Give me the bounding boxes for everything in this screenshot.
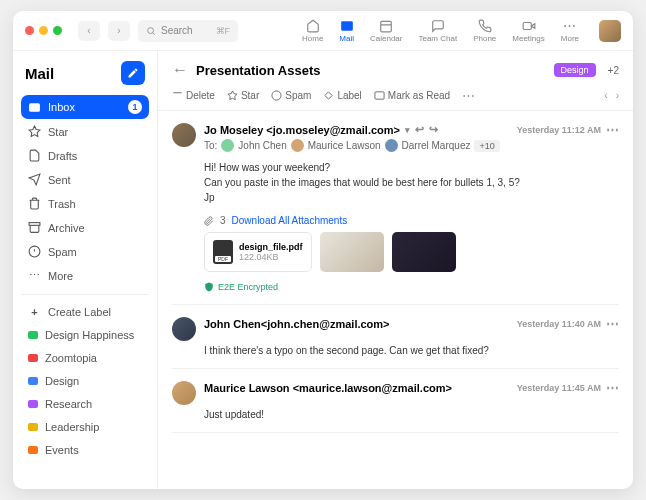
label-research[interactable]: Research xyxy=(21,393,149,415)
sidebar-star[interactable]: Star xyxy=(21,120,149,143)
label-label: Label xyxy=(337,90,361,101)
star-label: Star xyxy=(241,90,259,101)
video-icon xyxy=(522,19,536,33)
nav-more[interactable]: ⋯More xyxy=(555,17,585,45)
svg-point-0 xyxy=(148,27,154,33)
nav-teamchat[interactable]: Team Chat xyxy=(412,17,463,45)
star-button[interactable]: Star xyxy=(227,90,259,101)
message-header: John Chen<john.chen@zmail.com> Yesterday… xyxy=(172,317,619,341)
nav-forward-button[interactable]: › xyxy=(108,21,130,41)
create-label-button[interactable]: +Create Label xyxy=(21,301,149,323)
spam-button[interactable]: Spam xyxy=(271,90,311,101)
svg-rect-4 xyxy=(29,103,40,112)
thread-header: ← Presentation Assets Design +2 xyxy=(158,51,633,85)
sender-avatar[interactable] xyxy=(172,381,196,405)
forward-icon[interactable]: ↪ xyxy=(429,123,438,136)
label-button[interactable]: Label xyxy=(323,90,361,101)
message-from: John Chen<john.chen@zmail.com> xyxy=(204,318,390,330)
sidebar-inbox[interactable]: Inbox1 xyxy=(21,95,149,119)
message-more[interactable]: ⋯ xyxy=(606,123,619,136)
attachment-thumb[interactable] xyxy=(392,232,456,272)
traffic-lights xyxy=(25,26,62,35)
encryption-text: E2E Encrypted xyxy=(218,282,278,292)
next-thread[interactable]: › xyxy=(616,90,619,101)
attachment-thumb[interactable] xyxy=(320,232,384,272)
nav-mail[interactable]: Mail xyxy=(333,17,360,45)
inbox-icon xyxy=(28,101,41,114)
more-icon: ⋯ xyxy=(28,269,41,282)
message-2: John Chen<john.chen@zmail.com> Yesterday… xyxy=(172,305,619,369)
delete-button[interactable]: Delete xyxy=(172,90,215,101)
search-input[interactable]: Search ⌘F xyxy=(138,20,238,42)
sidebar-more[interactable]: ⋯More xyxy=(21,264,149,287)
sidebar-drafts[interactable]: Drafts xyxy=(21,144,149,167)
compose-button[interactable] xyxy=(121,61,145,85)
user-avatar[interactable] xyxy=(599,20,621,42)
label-design[interactable]: Design xyxy=(21,370,149,392)
spam-icon xyxy=(271,90,282,101)
inbox-badge: 1 xyxy=(128,100,142,114)
reply-icon[interactable]: ↩ xyxy=(415,123,424,136)
thread-toolbar: Delete Star Spam Label Mark as Read ⋯ ‹ … xyxy=(158,85,633,111)
recipient-avatar[interactable] xyxy=(385,139,398,152)
thread-tag[interactable]: Design xyxy=(554,63,596,77)
trash-icon xyxy=(28,197,41,210)
nav-calendar[interactable]: Calendar xyxy=(364,17,408,45)
nav-teamchat-label: Team Chat xyxy=(418,34,457,43)
message-1: Jo Moseley <jo.moseley@zmail.com> ▾ ↩ ↪ … xyxy=(172,111,619,305)
message-body: I think there's a typo on the second pag… xyxy=(204,345,619,356)
message-from-row: John Chen<john.chen@zmail.com> Yesterday… xyxy=(204,317,619,330)
recipient-avatar[interactable] xyxy=(291,139,304,152)
recipients-more[interactable]: +10 xyxy=(474,140,499,152)
attachments: 3 Download All Attachments design_file.p… xyxy=(204,215,619,272)
sidebar-header: Mail xyxy=(21,61,149,85)
thread-tag-more[interactable]: +2 xyxy=(608,65,619,76)
label-zoomtopia[interactable]: Zoomtopia xyxy=(21,347,149,369)
maximize-window[interactable] xyxy=(53,26,62,35)
sidebar-trash[interactable]: Trash xyxy=(21,192,149,215)
sidebar-archive[interactable]: Archive xyxy=(21,216,149,239)
attachment-file[interactable]: design_file.pdf 122.04KB xyxy=(204,232,312,272)
label-text: Leadership xyxy=(45,421,99,433)
label-events[interactable]: Events xyxy=(21,439,149,461)
markread-button[interactable]: Mark as Read xyxy=(374,90,450,101)
nav-home-label: Home xyxy=(302,34,323,43)
svg-point-11 xyxy=(272,91,281,100)
message-from-row: Jo Moseley <jo.moseley@zmail.com> ▾ ↩ ↪ … xyxy=(204,123,619,136)
toolbar-more[interactable]: ⋯ xyxy=(462,89,475,102)
body-line: Jp xyxy=(204,190,619,205)
spam-icon xyxy=(28,245,41,258)
sender-avatar[interactable] xyxy=(172,317,196,341)
message-more[interactable]: ⋯ xyxy=(606,381,619,394)
trash-icon xyxy=(172,90,183,101)
nav-back-button[interactable]: ‹ xyxy=(78,21,100,41)
message-header: Maurice Lawson <maurice.lawson@zmail.com… xyxy=(172,381,619,405)
download-all-link[interactable]: Download All Attachments xyxy=(232,215,348,226)
label-icon xyxy=(323,90,334,101)
plus-icon: + xyxy=(28,306,41,318)
label-design-happiness[interactable]: Design Happiness xyxy=(21,324,149,346)
body-line: Hi! How was your weekend? xyxy=(204,160,619,175)
recipient-avatar[interactable] xyxy=(221,139,234,152)
body-line: Can you paste in the images that would b… xyxy=(204,175,619,190)
nav-more-label: More xyxy=(561,34,579,43)
close-window[interactable] xyxy=(25,26,34,35)
label-dot xyxy=(28,400,38,408)
message-time: Yesterday 11:40 AM xyxy=(517,319,601,329)
nav-phone[interactable]: Phone xyxy=(467,17,502,45)
back-button[interactable]: ← xyxy=(172,61,188,79)
sidebar-spam[interactable]: Spam xyxy=(21,240,149,263)
expand-icon[interactable]: ▾ xyxy=(405,125,410,135)
nav-meetings[interactable]: Meetings xyxy=(506,17,550,45)
sender-avatar[interactable] xyxy=(172,123,196,147)
sidebar-sent[interactable]: Sent xyxy=(21,168,149,191)
label-leadership[interactable]: Leadership xyxy=(21,416,149,438)
message-time: Yesterday 11:45 AM xyxy=(517,383,601,393)
message-more[interactable]: ⋯ xyxy=(606,317,619,330)
sidebar-more-label: More xyxy=(48,270,73,282)
prev-thread[interactable]: ‹ xyxy=(604,90,607,101)
minimize-window[interactable] xyxy=(39,26,48,35)
label-text: Zoomtopia xyxy=(45,352,97,364)
attach-header: 3 Download All Attachments xyxy=(204,215,619,226)
nav-home[interactable]: Home xyxy=(296,17,329,45)
